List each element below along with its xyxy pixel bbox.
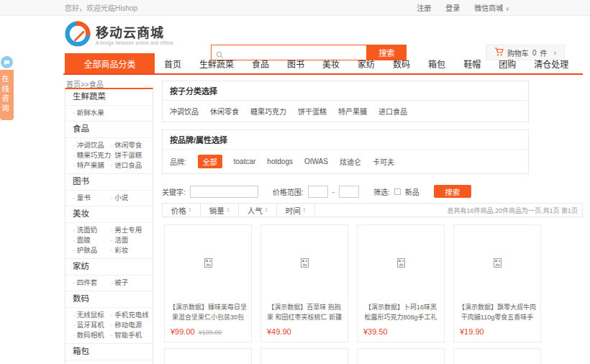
- brand-option[interactable]: 炫迪仑: [340, 156, 361, 167]
- keyword-input[interactable]: [190, 186, 258, 198]
- sort-arrows-icon: ▲▼: [227, 207, 230, 213]
- brand-option[interactable]: hotdogs: [267, 158, 293, 165]
- nav-item-bags[interactable]: 箱包: [428, 58, 445, 70]
- all-categories-button[interactable]: 全部商品分类: [65, 53, 155, 73]
- sidebar-item[interactable]: 无线鼠标: [73, 310, 111, 320]
- product-price: ¥39.50: [363, 327, 388, 336]
- subcategory-option[interactable]: 进口食品: [378, 106, 407, 117]
- brand-option[interactable]: 卡可夫: [373, 156, 394, 167]
- sidebar-item[interactable]: 饼干蛋糕: [111, 150, 149, 160]
- sort-by-time[interactable]: 时间 ▲▼: [277, 204, 315, 217]
- chevron-down-icon: ∨: [505, 6, 509, 12]
- sidebar-title-textile[interactable]: 家纺: [65, 259, 153, 276]
- product-card[interactable]: 【演示数据】臻味美每日坚果混合坚果仁小包装30包 ¥99.00¥199.00: [164, 224, 252, 342]
- brand-option[interactable]: toatcar: [234, 158, 256, 165]
- nav-item-fresh[interactable]: 生鲜蔬菜: [199, 58, 234, 70]
- product-card[interactable]: [164, 348, 252, 364]
- sidebar-item[interactable]: 进口食品: [111, 160, 149, 170]
- brand-option[interactable]: OIWAS: [304, 158, 328, 165]
- nav-item-textile[interactable]: 家纺: [358, 58, 375, 70]
- nav-item-shoes[interactable]: 鞋帽: [463, 58, 481, 70]
- nav-item-clearance[interactable]: 清仓处理: [534, 58, 568, 70]
- sidebar-item[interactable]: 糖果巧克力: [73, 150, 111, 160]
- sidebar-item[interactable]: 智能手机: [111, 330, 149, 340]
- sidebar-item[interactable]: 手机充电线: [111, 310, 149, 320]
- login-link[interactable]: 登录: [445, 2, 460, 13]
- logo-tagline: A bridge between online and offline: [96, 40, 173, 45]
- sidebar-item[interactable]: 移动电源: [111, 320, 149, 330]
- online-service-widget[interactable]: 在线咨询: [0, 56, 14, 120]
- product-card[interactable]: [453, 348, 541, 364]
- product-card[interactable]: 【演示数据】飘零大叔牛肉干肉脯110g零食五香味手撕黄牛肉片 ¥19.90: [453, 224, 541, 342]
- sidebar-item[interactable]: 休闲零食: [111, 140, 149, 150]
- sort-arrows-icon: ▲▼: [189, 207, 191, 213]
- site-logo[interactable]: 移动云商城 A bridge between online and offlin…: [65, 21, 173, 50]
- sidebar-item[interactable]: 护肤品: [73, 245, 111, 255]
- sort-by-sales[interactable]: 销量 ▲▼: [201, 204, 239, 217]
- new-product-checkbox[interactable]: [394, 188, 401, 195]
- sidebar-item[interactable]: 洗面奶: [73, 225, 111, 235]
- nav-item-books[interactable]: 图书: [287, 58, 304, 70]
- nav-item-group[interactable]: 团购: [499, 58, 516, 70]
- nav-item-home[interactable]: 首页: [164, 58, 181, 70]
- subcategory-option[interactable]: 饼干蛋糕: [298, 106, 327, 117]
- product-card[interactable]: [357, 348, 445, 364]
- sidebar-title-digital[interactable]: 数码: [65, 291, 153, 308]
- price-max-input[interactable]: [339, 186, 359, 198]
- sort-by-price[interactable]: 价格 ▲▼: [163, 204, 201, 217]
- sidebar-item[interactable]: 被子: [111, 278, 149, 288]
- product-image: [454, 225, 540, 303]
- sidebar-title-beauty[interactable]: 美妆: [65, 206, 153, 223]
- sidebar-section-fresh: 生鲜蔬菜 新鲜水果: [65, 89, 153, 122]
- product-card[interactable]: 【演示数据】百草味 抱抱果 和田红枣夹核桃仁 新疆大枣干果特产 ¥49.90: [260, 224, 348, 342]
- product-grid: 【演示数据】臻味美每日坚果混合坚果仁小包装30包 ¥99.00¥199.00 【…: [164, 224, 583, 342]
- sidebar-item[interactable]: 小说: [111, 193, 149, 203]
- chat-icon: [1, 56, 13, 68]
- sidebar-title-books[interactable]: 图书: [65, 174, 153, 191]
- product-card[interactable]: 【演示数据】卜珂16味黑松露形巧克力808g手工礼盒装（代可可脂） ¥39.50: [357, 224, 445, 342]
- price-min-input[interactable]: [308, 186, 328, 198]
- brand-filter-panel: 按品牌/属性选择 品牌: 全部 toatcar hotdogs OIWAS 炫迪…: [162, 129, 529, 174]
- sidebar-item[interactable]: 童书: [73, 193, 111, 203]
- sidebar-item[interactable]: 面膜: [73, 235, 111, 245]
- filter-search-button[interactable]: 搜索: [434, 185, 471, 198]
- product-price: ¥99.00: [171, 327, 195, 336]
- logo-text: 移动云商城 A bridge between online and offlin…: [96, 26, 173, 45]
- sort-by-popularity[interactable]: 人气 ▲▼: [239, 204, 277, 217]
- subcategory-option[interactable]: 糖果巧克力: [250, 106, 286, 117]
- sidebar-item[interactable]: 男士专用: [111, 225, 149, 235]
- nav-item-beauty[interactable]: 美妆: [322, 58, 340, 70]
- main-nav: 全部商品分类 首页 生鲜蔬菜 食品 图书 美妆 家纺 数码 箱包 鞋帽 团购 清…: [0, 53, 590, 73]
- header: 移动云商城 A bridge between online and offlin…: [0, 16, 590, 53]
- wechat-mall-link[interactable]: 微信商城∨: [474, 2, 509, 13]
- sidebar-item[interactable]: 冲调饮品: [73, 140, 111, 150]
- product-card[interactable]: [260, 348, 348, 364]
- sidebar-item[interactable]: 蓝牙耳机: [73, 320, 111, 330]
- product-title[interactable]: 【演示数据】百草味 抱抱果 和田红枣夹核桃仁 新疆大枣干果特产: [261, 303, 348, 323]
- product-title[interactable]: 【演示数据】卜珂16味黑松露形巧克力808g手工礼盒装（代可可脂）: [358, 303, 444, 323]
- sidebar-item[interactable]: 数码相机: [73, 330, 111, 340]
- sidebar-item[interactable]: 四件套: [73, 278, 111, 288]
- subcategory-option[interactable]: 特产果脯: [338, 106, 367, 117]
- nav-item-digital[interactable]: 数码: [393, 58, 410, 70]
- subcategory-option[interactable]: 冲调饮品: [170, 106, 199, 117]
- brand-label: 品牌:: [170, 156, 186, 167]
- product-title[interactable]: 【演示数据】臻味美每日坚果混合坚果仁小包装30包: [165, 303, 251, 323]
- subcategory-option[interactable]: 休闲零食: [210, 106, 239, 117]
- product-title[interactable]: 【演示数据】飘零大叔牛肉干肉脯110g零食五香味手撕黄牛肉片: [454, 303, 540, 323]
- welcome-text: 您好，欢迎光临Hishop: [65, 2, 137, 13]
- sidebar-item[interactable]: 特产果脯: [73, 160, 111, 170]
- nav-item-food[interactable]: 食品: [252, 58, 269, 70]
- brand-all-chip[interactable]: 全部: [198, 155, 222, 168]
- sidebar-title-food[interactable]: 食品: [65, 122, 153, 138]
- sidebar-item[interactable]: 新鲜水果: [73, 108, 111, 118]
- sidebar-item[interactable]: 彩妆: [111, 245, 149, 255]
- sidebar-title-fresh[interactable]: 生鲜蔬菜: [65, 89, 153, 106]
- sidebar-item[interactable]: 洁面: [111, 235, 149, 245]
- sort-label: 价格: [171, 205, 186, 216]
- register-link[interactable]: 注册: [417, 2, 431, 13]
- product-original-price: ¥199.00: [199, 329, 222, 336]
- sidebar-title-bags[interactable]: 箱包: [65, 344, 153, 360]
- logo-title: 移动云商城: [96, 26, 173, 40]
- broken-image-icon: [397, 258, 405, 270]
